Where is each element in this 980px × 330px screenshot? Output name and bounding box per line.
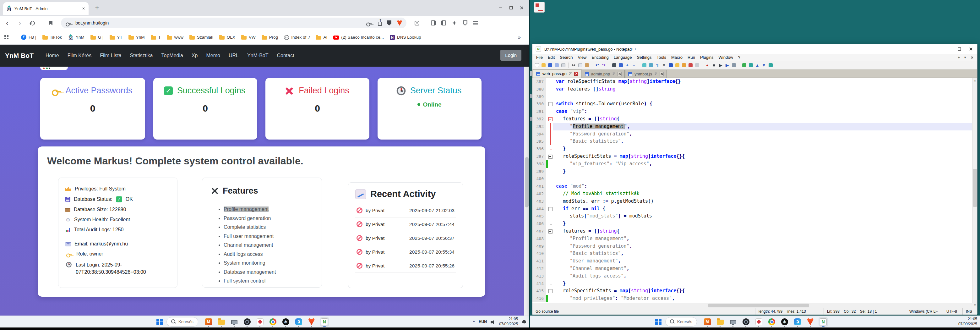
toolbar-button-28[interactable]: ● — [705, 62, 710, 68]
fold-marker[interactable] — [548, 205, 553, 213]
toolbar-button-8[interactable] — [584, 62, 590, 68]
brave-rewards-icon[interactable] — [397, 20, 402, 26]
toolbar-button-22[interactable] — [668, 62, 673, 68]
menu-?[interactable]: ? — [736, 55, 743, 60]
toolbar-button-6[interactable]: ✂ — [571, 62, 576, 68]
fold-marker[interactable] — [548, 295, 553, 302]
system-app-icon[interactable] — [729, 317, 738, 327]
code-line-402[interactable]: 402// Mod további statisztikák — [532, 190, 972, 198]
nav-link-memo[interactable]: Memo — [206, 53, 220, 59]
code-line-388[interactable]: 388var features []string — [532, 86, 972, 93]
toolbar-button-38[interactable] — [768, 62, 773, 68]
site-brand[interactable]: YnM BoT — [5, 52, 33, 59]
nav-link-contact[interactable]: Contact — [277, 53, 294, 59]
code-line-392[interactable]: 392features = []string{ — [532, 115, 972, 123]
bookmark-item[interactable]: www — [167, 35, 183, 40]
nav-link-xp[interactable]: Xp — [192, 53, 198, 59]
bookmark-item[interactable]: (2) Saeco Incanto ce... — [333, 35, 384, 40]
code-line-404[interactable]: 404if err == nil { — [532, 205, 972, 213]
bookmarks-overflow-chevron[interactable]: » — [518, 34, 521, 41]
fold-marker[interactable] — [548, 198, 553, 205]
editor-tab-ynmbot-js[interactable]: ynmbot.js — [625, 70, 667, 78]
toolbar-button-10[interactable]: ↶ — [594, 62, 600, 68]
audio-app-icon[interactable] — [741, 317, 751, 327]
system-app-icon[interactable] — [230, 317, 239, 327]
menu-view[interactable]: View — [576, 55, 589, 60]
toolbar-button-23[interactable] — [675, 62, 680, 68]
bookmark-flag-button[interactable] — [45, 18, 56, 28]
toolbar-button-20[interactable]: ¶ — [655, 62, 660, 68]
code-line-387[interactable]: 387var roleSpecificStats map[string]inte… — [532, 78, 972, 86]
code-line-398[interactable]: 398"vip_features": "Vip access", — [532, 160, 972, 168]
game-app-icon[interactable] — [754, 317, 764, 327]
nav-link-film-k-r-s[interactable]: Film Kérés — [68, 53, 91, 59]
keyboard-language[interactable]: HUN — [479, 320, 487, 324]
fold-marker[interactable] — [548, 250, 553, 257]
toolbar-button-15[interactable]: + — [624, 62, 630, 68]
code-line-410[interactable]: 410"Basic statistics", — [532, 250, 972, 257]
login-button[interactable]: Login — [500, 49, 522, 61]
code-line-403[interactable]: 403modStats, err := p.getModStats() — [532, 198, 972, 205]
nav-link-statisztika[interactable]: Statisztika — [130, 53, 153, 59]
code-line-411[interactable]: 411"User management", — [532, 257, 972, 265]
fold-marker[interactable] — [548, 220, 553, 228]
toolbar-button-11[interactable]: ↷ — [601, 62, 606, 68]
window-minimize-button[interactable] — [495, 4, 506, 12]
code-line-389[interactable]: 389 — [532, 93, 972, 100]
fold-marker[interactable] — [548, 131, 553, 138]
bookmark-item[interactable]: FB | — [21, 35, 37, 40]
notepadpp-icon[interactable] — [819, 317, 828, 327]
start-button-icon[interactable] — [156, 319, 163, 325]
editor-tab-admin-php[interactable]: admin.php — [582, 70, 625, 78]
toolbar-button-7[interactable] — [578, 62, 583, 68]
taskbar-search[interactable]: Keresés — [167, 317, 198, 327]
notifications-bell-icon[interactable] — [522, 320, 527, 324]
bookmark-item[interactable]: YnM — [129, 35, 145, 40]
toolbar-button-29[interactable]: ■ — [711, 62, 717, 68]
browser-menu-icon[interactable] — [473, 21, 478, 25]
fold-marker[interactable] — [548, 153, 553, 160]
code-line-401[interactable]: 401case "mod": — [532, 183, 972, 190]
desktop-shortcut-icon[interactable] — [534, 2, 545, 13]
code-line-414[interactable]: 414} — [532, 280, 972, 288]
fold-marker[interactable] — [548, 93, 553, 100]
bookmark-item[interactable]: T — [151, 35, 161, 40]
code-line-397[interactable]: 397roleSpecificStats = map[string]interf… — [532, 153, 972, 160]
file-explorer-icon[interactable] — [716, 317, 725, 327]
brave-icon[interactable] — [806, 317, 815, 327]
fold-marker[interactable] — [548, 265, 553, 273]
code-line-399[interactable]: 399} — [532, 168, 972, 175]
leo-ai-icon[interactable] — [452, 21, 457, 26]
code-line-407[interactable]: 407features = []string{ — [532, 228, 972, 235]
code-line-413[interactable]: 413"Audit logs access", — [532, 273, 972, 280]
code-line-393[interactable]: 393"Profile management", — [532, 123, 972, 131]
media-app-icon[interactable] — [703, 317, 712, 327]
game-app-icon[interactable] — [255, 317, 265, 327]
toolbar-button-21[interactable]: ▼ — [661, 62, 667, 68]
copilot-icon[interactable] — [793, 317, 802, 327]
fold-marker[interactable] — [548, 257, 553, 265]
bookmark-item[interactable]: YT — [110, 35, 123, 40]
toolbar-button-37[interactable]: ▼ — [761, 62, 767, 68]
copilot-icon[interactable] — [294, 317, 304, 327]
tray-clock[interactable]: 21:05 07/09/2025 — [499, 317, 518, 327]
start-button-icon[interactable] — [655, 319, 662, 325]
notepadpp-icon[interactable] — [320, 317, 329, 327]
code-line-408[interactable]: 408"Profile management", — [532, 235, 972, 242]
npp-restore-button[interactable] — [958, 48, 961, 51]
pin-tab-icon[interactable] — [569, 72, 572, 75]
fold-marker[interactable] — [548, 100, 553, 108]
brave-icon[interactable] — [307, 317, 316, 327]
fold-marker[interactable] — [548, 242, 553, 250]
bookmark-item[interactable]: TikTok — [42, 35, 62, 40]
reading-panel-icon[interactable] — [441, 21, 446, 26]
taskbar-search[interactable]: Keresés — [665, 317, 697, 327]
code-line-395[interactable]: 395"Basic statistics", — [532, 138, 972, 145]
window-close-button[interactable] — [516, 4, 527, 12]
fold-marker[interactable] — [548, 183, 553, 190]
nav-link-film-lista[interactable]: Film Lista — [100, 53, 121, 59]
code-line-416[interactable]: 416"mod_privileges": "Moderator access", — [532, 295, 972, 302]
vscrollbar-thumb[interactable] — [973, 169, 977, 207]
browser-tab[interactable]: YnM BoT - Admin — [3, 2, 89, 15]
fold-marker[interactable] — [548, 160, 553, 168]
